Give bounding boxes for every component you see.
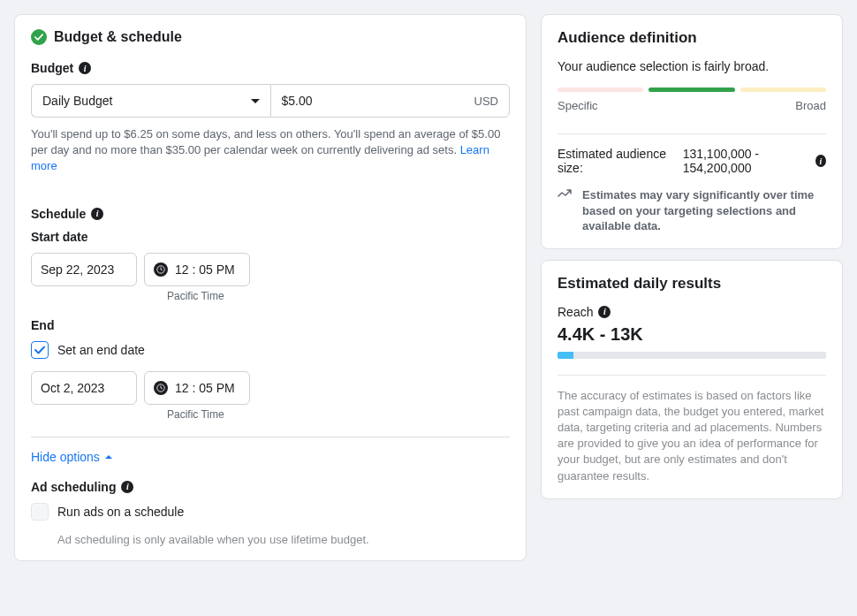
audience-range-bar bbox=[557, 87, 826, 92]
info-icon[interactable]: i bbox=[79, 62, 91, 74]
clock-icon bbox=[154, 381, 168, 395]
set-end-date-label: Set an end date bbox=[57, 343, 145, 357]
audience-status: Your audience selection is fairly broad. bbox=[557, 59, 826, 73]
variance-note: Estimates may vary significantly over ti… bbox=[557, 187, 826, 234]
end-timezone: Pacific Time bbox=[167, 408, 510, 421]
run-on-schedule-checkbox bbox=[31, 503, 49, 521]
info-icon[interactable]: i bbox=[598, 306, 611, 318]
reach-progress-bar bbox=[557, 352, 826, 359]
reach-value: 4.4K - 13K bbox=[557, 324, 826, 345]
range-segment-broad bbox=[740, 87, 826, 92]
range-segment-specific bbox=[557, 87, 643, 92]
set-end-date-checkbox[interactable] bbox=[31, 341, 49, 359]
trend-icon bbox=[557, 187, 573, 202]
clock-icon bbox=[154, 262, 168, 277]
budget-label: Budget i bbox=[31, 61, 510, 75]
budget-currency: USD bbox=[474, 95, 498, 108]
estimated-size: Estimated audience size: 131,100,000 - 1… bbox=[557, 147, 826, 175]
budget-amount-input-wrap[interactable]: USD bbox=[270, 84, 511, 118]
budget-row: Daily Budget USD bbox=[31, 84, 510, 118]
section-header: Budget & schedule bbox=[31, 29, 510, 45]
budget-schedule-card: Budget & schedule Budget i Daily Budget … bbox=[14, 14, 527, 561]
range-labels: Specific Broad bbox=[557, 99, 826, 112]
start-time-input[interactable]: 12 : 05 PM bbox=[144, 253, 250, 286]
scale-high: Broad bbox=[795, 99, 826, 112]
budget-amount-input[interactable] bbox=[282, 94, 353, 108]
schedule-label: Schedule i bbox=[31, 207, 510, 221]
chevron-up-icon bbox=[105, 455, 112, 459]
info-icon[interactable]: i bbox=[121, 481, 133, 493]
info-icon[interactable]: i bbox=[815, 155, 826, 167]
audience-title: Audience definition bbox=[557, 29, 826, 47]
end-date-input[interactable]: Oct 2, 2023 bbox=[31, 371, 137, 405]
info-icon[interactable]: i bbox=[91, 208, 103, 220]
run-on-schedule-label: Run ads on a schedule bbox=[57, 505, 184, 519]
budget-type-select[interactable]: Daily Budget bbox=[31, 84, 270, 118]
reach-label: Reach i bbox=[557, 305, 826, 319]
start-date-input[interactable]: Sep 22, 2023 bbox=[31, 253, 137, 286]
divider bbox=[557, 375, 826, 376]
hide-options-toggle[interactable]: Hide options bbox=[31, 450, 510, 464]
budget-type-value: Daily Budget bbox=[42, 94, 112, 108]
budget-hint: You'll spend up to $6.25 on some days, a… bbox=[31, 126, 510, 175]
end-time-input[interactable]: 12 : 05 PM bbox=[144, 371, 250, 405]
start-date-label: Start date bbox=[31, 230, 510, 244]
range-segment-selected bbox=[648, 87, 734, 92]
scale-low: Specific bbox=[557, 99, 598, 112]
section-title: Budget & schedule bbox=[54, 29, 182, 45]
check-circle-icon bbox=[31, 29, 47, 45]
results-disclaimer: The accuracy of estimates is based on fa… bbox=[557, 388, 826, 484]
divider bbox=[31, 437, 510, 437]
audience-definition-card: Audience definition Your audience select… bbox=[541, 14, 843, 249]
estimated-results-card: Estimated daily results Reach i 4.4K - 1… bbox=[541, 260, 843, 499]
results-title: Estimated daily results bbox=[557, 275, 826, 293]
divider bbox=[557, 133, 826, 134]
reach-progress-fill bbox=[557, 352, 573, 359]
ad-scheduling-label: Ad scheduling i bbox=[31, 480, 510, 494]
end-label: End bbox=[31, 318, 510, 332]
start-timezone: Pacific Time bbox=[167, 290, 510, 302]
chevron-down-icon bbox=[251, 99, 260, 103]
ad-scheduling-hint: Ad scheduling is only available when you… bbox=[57, 533, 510, 546]
